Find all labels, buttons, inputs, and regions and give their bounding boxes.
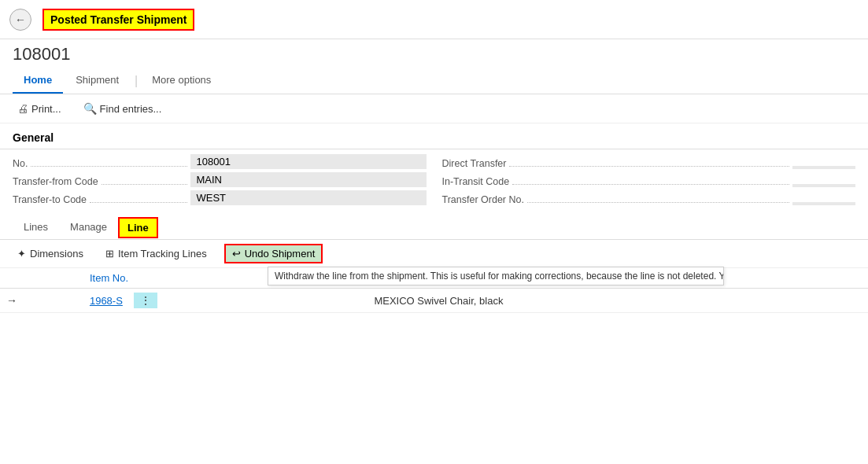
- field-direct-transfer-value: [792, 166, 855, 169]
- nav-tabs: Home Shipment | More options: [0, 68, 868, 94]
- toolbar: 🖨 Print... 🔍 Find entries...: [0, 94, 868, 123]
- field-in-transit: In-Transit Code: [442, 172, 856, 187]
- item-tracking-lines-button[interactable]: ⊞ Item Tracking Lines: [101, 245, 212, 262]
- general-fields: No. 108001 Direct Transfer Transfer-from…: [0, 149, 868, 210]
- row-arrow: →: [6, 294, 17, 307]
- dots: [31, 166, 187, 167]
- field-transfer-order-label: Transfer Order No.: [442, 194, 524, 205]
- description-text: MEXICO Swivel Chair, black: [374, 295, 503, 307]
- field-transfer-from-label: Transfer-from Code: [13, 176, 98, 187]
- print-button[interactable]: 🖨 Print...: [13, 99, 66, 118]
- tab-lines[interactable]: Lines: [13, 216, 59, 239]
- field-direct-transfer-label: Direct Transfer: [442, 158, 507, 169]
- undo-label: Undo Shipment: [245, 248, 316, 260]
- field-transfer-from-value: MAIN: [190, 172, 427, 187]
- top-bar: ← Posted Transfer Shipment: [0, 0, 868, 39]
- field-no: No. 108001: [13, 154, 427, 169]
- dimensions-button[interactable]: ✦ Dimensions: [13, 245, 88, 262]
- field-no-label: No.: [13, 158, 28, 169]
- dots: [527, 202, 789, 203]
- tab-line-highlighted[interactable]: Line: [118, 217, 158, 238]
- find-icon: 🔍: [83, 102, 97, 115]
- record-number: 108001: [0, 39, 868, 68]
- table-row: → 1968-S ⋮ MEXICO Swivel Chair, black: [0, 289, 868, 313]
- back-button[interactable]: ←: [9, 9, 31, 31]
- dots: [90, 202, 187, 203]
- lines-section: Lines Manage Line ✦ Dimensions ⊞ Item Tr…: [0, 216, 868, 313]
- page-title: Posted Transfer Shipment: [42, 9, 194, 31]
- col-arrow: [0, 268, 83, 289]
- field-in-transit-value: [792, 184, 855, 187]
- item-no-cell: 1968-S ⋮: [83, 289, 368, 313]
- description-cell: MEXICO Swivel Chair, black: [368, 289, 868, 313]
- field-transfer-to-label: Transfer-to Code: [13, 194, 87, 205]
- field-in-transit-label: In-Transit Code: [442, 176, 510, 187]
- item-no-link[interactable]: 1968-S: [90, 295, 123, 307]
- row-options-button[interactable]: ⋮: [134, 293, 157, 308]
- lines-tabs: Lines Manage Line: [0, 216, 868, 240]
- row-arrow-cell: →: [0, 289, 83, 313]
- lines-toolbar: ✦ Dimensions ⊞ Item Tracking Lines ↩ Und…: [0, 240, 868, 268]
- undo-tooltip: Withdraw the line from the shipment. Thi…: [268, 267, 724, 285]
- tab-shipment[interactable]: Shipment: [65, 68, 130, 94]
- print-label: Print...: [31, 103, 61, 115]
- field-transfer-order-no: Transfer Order No.: [442, 190, 856, 205]
- dots: [102, 184, 187, 185]
- find-entries-button[interactable]: 🔍 Find entries...: [79, 99, 167, 118]
- tooltip-text: Withdraw the line from the shipment. Thi…: [275, 271, 724, 282]
- field-direct-transfer: Direct Transfer: [442, 154, 856, 169]
- item-tracking-label: Item Tracking Lines: [118, 248, 207, 260]
- dots: [512, 184, 789, 185]
- general-title: General: [0, 123, 868, 149]
- field-transfer-to: Transfer-to Code WEST: [13, 190, 427, 205]
- undo-icon: ↩: [232, 248, 241, 260]
- tab-separator: |: [135, 74, 138, 88]
- find-entries-label: Find entries...: [100, 103, 162, 115]
- dimensions-label: Dimensions: [30, 248, 83, 260]
- general-section: General No. 108001 Direct Transfer Trans…: [0, 123, 868, 210]
- field-transfer-from: Transfer-from Code MAIN: [13, 172, 427, 187]
- print-icon: 🖨: [17, 102, 28, 115]
- tab-home[interactable]: Home: [13, 68, 63, 94]
- tracking-icon: ⊞: [105, 248, 114, 260]
- tab-more-options[interactable]: More options: [141, 68, 222, 94]
- field-transfer-order-value: [792, 202, 855, 205]
- field-no-value: 108001: [190, 154, 427, 169]
- undo-shipment-button[interactable]: ↩ Undo Shipment: [224, 244, 323, 263]
- dimensions-icon: ✦: [17, 248, 26, 260]
- dots: [509, 166, 789, 167]
- tab-manage[interactable]: Manage: [59, 216, 118, 239]
- field-transfer-to-value: WEST: [190, 190, 427, 205]
